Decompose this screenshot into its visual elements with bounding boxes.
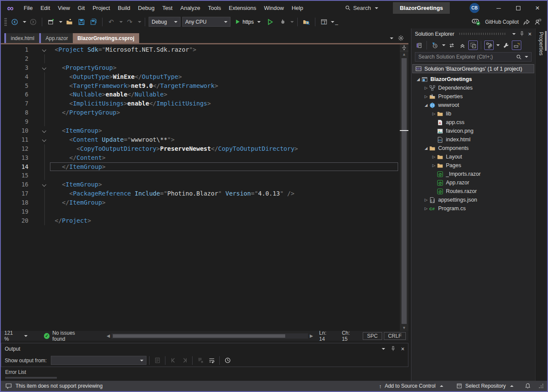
tab-list-dropdown-icon[interactable] bbox=[390, 37, 393, 39]
new-project-button[interactable] bbox=[46, 17, 56, 27]
solution-explorer-header[interactable]: Solution Explorer × bbox=[411, 28, 535, 39]
expand-arrow-icon[interactable]: ▷ bbox=[423, 198, 429, 202]
code-line-11[interactable]: 11 <Content Update="wwwroot\**"> bbox=[1, 135, 400, 144]
solution-platform-dropdown[interactable]: Any CPU bbox=[182, 17, 230, 27]
menu-tools[interactable]: Tools bbox=[204, 1, 225, 15]
solution-explorer-pin-icon[interactable] bbox=[519, 31, 525, 37]
tree-item-pages[interactable]: ▷Pages bbox=[411, 161, 535, 170]
menu-analyze[interactable]: Analyze bbox=[176, 1, 204, 15]
fold-toggle[interactable] bbox=[31, 63, 55, 72]
show-all-files-button[interactable] bbox=[468, 40, 478, 50]
code-line-6[interactable]: 6 <Nullable>enable</Nullable> bbox=[1, 90, 400, 99]
fold-toggle[interactable] bbox=[31, 180, 55, 189]
expand-arrow-icon[interactable]: ▷ bbox=[423, 206, 429, 211]
toolbar-overflow-icon[interactable] bbox=[331, 21, 334, 23]
notifications-bell-button[interactable] bbox=[521, 381, 534, 391]
menu-extensions[interactable]: Extensions bbox=[225, 1, 260, 15]
code-line-18[interactable]: 18 </ItemGroup> bbox=[1, 198, 400, 207]
expand-arrow-icon[interactable]: ◢ bbox=[416, 77, 421, 81]
menu-git[interactable]: Git bbox=[74, 1, 89, 15]
hot-reload-button[interactable] bbox=[277, 17, 287, 27]
navigate-back-button[interactable] bbox=[9, 17, 20, 27]
preview-selected-items-button[interactable] bbox=[512, 40, 521, 50]
share-icon[interactable] bbox=[523, 19, 530, 25]
tree-item-program-cs[interactable]: ▷C#Program.cs bbox=[411, 204, 535, 213]
tree-item-index-html[interactable]: <>index.html bbox=[411, 135, 535, 144]
code-line-8[interactable]: 8 </PropertyGroup> bbox=[1, 108, 400, 117]
close-button[interactable]: × bbox=[528, 1, 547, 15]
code-line-1[interactable]: 1<Project Sdk="Microsoft.NET.Sdk.razor"> bbox=[1, 45, 400, 54]
open-folder-button[interactable] bbox=[64, 17, 75, 27]
redo-button[interactable]: ↷ bbox=[125, 17, 135, 27]
find-in-files-button[interactable] bbox=[301, 17, 311, 27]
code-line-4[interactable]: 4 <OutputType>WinExe</OutputType> bbox=[1, 72, 400, 81]
select-repository-button[interactable]: Select Repository bbox=[451, 381, 519, 391]
fold-toggle[interactable] bbox=[31, 45, 55, 54]
next-message-button[interactable] bbox=[179, 356, 190, 365]
scrollbar-thumb[interactable] bbox=[402, 58, 407, 324]
properties-tab[interactable]: Properties bbox=[538, 28, 544, 56]
send-feedback-icon[interactable] bbox=[534, 19, 541, 25]
expand-arrow-icon[interactable]: ▷ bbox=[431, 163, 436, 168]
scrollbar-down-arrow[interactable]: ▼ bbox=[402, 325, 406, 331]
menu-build[interactable]: Build bbox=[114, 1, 134, 15]
tree-item-app-razor[interactable]: @App.razor bbox=[411, 178, 535, 187]
tree-item-lib[interactable]: ▷lib bbox=[411, 109, 535, 118]
output-panel-close-icon[interactable]: × bbox=[401, 345, 405, 352]
collapse-all-button[interactable] bbox=[458, 40, 467, 50]
code-line-5[interactable]: 5 <TargetFramework>net9.0</TargetFramewo… bbox=[1, 81, 400, 90]
hscroll-thumb[interactable] bbox=[113, 334, 285, 338]
output-source-dropdown[interactable] bbox=[51, 356, 146, 365]
menu-debug[interactable]: Debug bbox=[134, 1, 158, 15]
scrollbar-up-arrow[interactable]: ▲ bbox=[402, 51, 406, 57]
clock-button[interactable] bbox=[222, 356, 233, 365]
log-to-file-button[interactable] bbox=[152, 356, 162, 365]
navigate-forward-button[interactable] bbox=[28, 17, 38, 27]
cursor-column-indicator[interactable]: Ch: 15 bbox=[337, 330, 361, 342]
solution-configuration-dropdown[interactable]: Debug bbox=[149, 17, 181, 27]
tree-item-components[interactable]: ◢Components bbox=[411, 144, 535, 152]
tree-item-properties[interactable]: ▷Properties bbox=[411, 92, 535, 101]
line-ending-indicator[interactable]: CRLF bbox=[384, 332, 406, 340]
output-panel-menu-icon[interactable] bbox=[382, 348, 385, 350]
code-editor[interactable]: 1<Project Sdk="Microsoft.NET.Sdk.razor">… bbox=[1, 44, 408, 331]
sync-with-active-document-button[interactable] bbox=[447, 40, 456, 50]
solution-explorer-search-input[interactable]: Search Solution Explorer (Ctrl+;) bbox=[415, 52, 532, 62]
prev-message-button[interactable] bbox=[168, 356, 178, 365]
output-panel-header[interactable]: Output × bbox=[1, 343, 408, 354]
switch-views-button[interactable] bbox=[414, 40, 423, 50]
error-list-panel[interactable]: Error List bbox=[1, 367, 408, 381]
add-to-source-control-button[interactable]: ↑ Add to Source Control bbox=[374, 381, 448, 391]
code-line-3[interactable]: 3 <PropertyGroup> bbox=[1, 63, 400, 72]
tree-item-dependencies[interactable]: ▷Dependencies bbox=[411, 84, 535, 92]
menu-window[interactable]: Window bbox=[260, 1, 288, 15]
panel-drag-grip[interactable] bbox=[459, 33, 505, 35]
code-line-9[interactable]: 9 bbox=[1, 117, 400, 126]
filter-pending-changes-button[interactable] bbox=[430, 40, 439, 50]
code-line-17[interactable]: 17 <PackageReference Include="Photino.Bl… bbox=[1, 189, 400, 198]
code-line-20[interactable]: 20</Project> bbox=[1, 216, 400, 225]
toolbar-grip[interactable] bbox=[4, 18, 7, 26]
tree-item-layout[interactable]: ▷Layout bbox=[411, 152, 535, 161]
code-line-19[interactable]: 19 bbox=[1, 207, 400, 216]
expand-arrow-icon[interactable]: ▷ bbox=[431, 155, 436, 159]
expand-arrow-icon[interactable]: ◢ bbox=[423, 146, 429, 150]
save-all-button[interactable] bbox=[88, 17, 99, 27]
clear-all-button[interactable] bbox=[195, 356, 206, 365]
menu-help[interactable]: Help bbox=[288, 1, 307, 15]
tree-item--imports-razor[interactable]: @_Imports.razor bbox=[411, 170, 535, 178]
tab-blazorgreetings-csproj[interactable]: BlazorGreetings.csproj bbox=[73, 33, 139, 43]
code-line-2[interactable]: 2 bbox=[1, 54, 400, 63]
search-box[interactable]: Search bbox=[341, 3, 383, 12]
expand-arrow-icon[interactable]: ◢ bbox=[423, 103, 429, 107]
start-without-debugging-button[interactable] bbox=[265, 17, 275, 27]
tree-item-routes-razor[interactable]: @Routes.razor bbox=[411, 187, 535, 196]
solution-node[interactable]: Solution 'BlazorGreetings' (1 of 1 proje… bbox=[412, 64, 534, 73]
maximize-button[interactable] bbox=[508, 1, 528, 15]
code-line-10[interactable]: 10 <ItemGroup> bbox=[1, 126, 400, 135]
menu-project[interactable]: Project bbox=[89, 1, 114, 15]
solution-explorer-close-icon[interactable]: × bbox=[528, 31, 532, 37]
code-line-15[interactable]: 15 bbox=[1, 171, 400, 180]
cursor-line-indicator[interactable]: Ln: 14 bbox=[315, 330, 338, 342]
user-avatar[interactable]: CB bbox=[470, 3, 480, 13]
